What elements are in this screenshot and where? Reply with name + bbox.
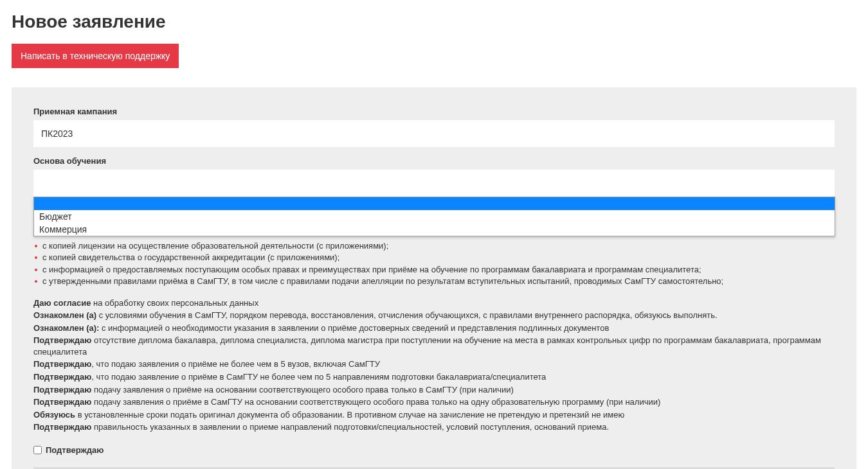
consent-item: Подтверждаю, что подаю заявления о приём… <box>33 358 835 370</box>
basis-select[interactable] <box>33 170 835 197</box>
consent-item: Ознакомлен (а) с условиями обучения в Са… <box>33 310 835 321</box>
confirm-label: Подтверждаю <box>46 445 104 456</box>
consent-item: Подтверждаю правильность указанных в зая… <box>33 421 835 433</box>
tech-support-button[interactable]: Написать в техническую поддержку <box>12 44 179 68</box>
consent-item: Даю согласие на обработку своих персонал… <box>33 297 835 309</box>
campaign-label: Приемная кампания <box>33 107 835 116</box>
info-section: Ознакомлен (а): с копией лицензии на осу… <box>33 226 835 469</box>
consent-item: Ознакомлен (а): с информацией о необходи… <box>33 323 835 334</box>
basis-dropdown-menu: Бюджет Коммерция <box>33 197 835 236</box>
consent-item: Подтверждаю, что подаю заявление о приём… <box>33 371 835 383</box>
page-title: Новое заявление <box>12 12 856 32</box>
basis-label: Основа обучения <box>33 156 835 166</box>
consent-list: Даю согласие на обработку своих персонал… <box>33 297 835 433</box>
bullet-item: с копией лицензии на осуществление образ… <box>33 240 835 252</box>
basis-option-budget[interactable]: Бюджет <box>34 210 835 223</box>
consent-item: Подтверждаю подачу заявления о приёме на… <box>33 384 835 396</box>
basis-option-blank[interactable] <box>34 197 835 210</box>
consent-item: Подтверждаю отсутствие диплома бакалавра… <box>33 335 835 357</box>
campaign-select[interactable]: ПК2023 <box>33 120 835 147</box>
confirm-checkbox[interactable] <box>33 446 42 454</box>
application-form-panel: Приемная кампания ПК2023 Основа обучения… <box>12 87 856 469</box>
bullet-item: с информацией о предоставляемых поступаю… <box>33 264 835 276</box>
basis-option-commerce[interactable]: Коммерция <box>34 223 835 236</box>
confirm-row: Подтверждаю <box>33 445 835 456</box>
bullet-item: с утвержденными правилами приёма в СамГТ… <box>33 276 835 287</box>
bullet-item: с копией свидетельства о государственной… <box>33 252 835 263</box>
consent-item: Обязуюсь в установленные сроки подать ор… <box>33 409 835 421</box>
consent-item: Подтверждаю подачу заявления о приёме в … <box>33 396 835 408</box>
familiar-bullets: с копией лицензии на осуществление образ… <box>33 240 835 287</box>
